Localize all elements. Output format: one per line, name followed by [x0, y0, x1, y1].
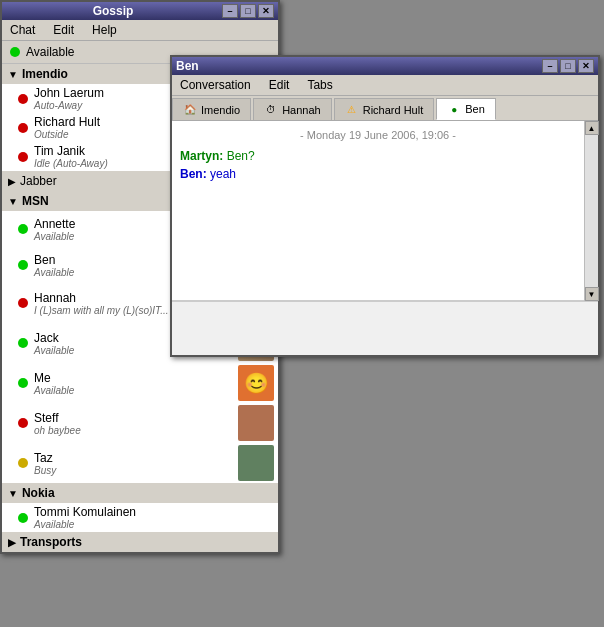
richard-hult-name: Richard Hult	[34, 115, 100, 129]
me-avatar: 😊	[238, 365, 274, 401]
ben-tab-label: Ben	[465, 103, 485, 115]
group-transports-arrow: ▶	[8, 537, 16, 548]
tab-ben[interactable]: ● Ben	[436, 98, 496, 120]
annette-name: Annette	[34, 217, 75, 231]
group-msn-arrow: ▼	[8, 196, 18, 207]
taz-name: Taz	[34, 451, 56, 465]
ben-menubar: Conversation Edit Tabs	[172, 75, 598, 96]
me-info: Me Available	[34, 371, 74, 396]
ben-sender: Ben:	[180, 167, 210, 181]
ben-name: Ben	[34, 253, 74, 267]
tim-janik-status-dot	[18, 152, 28, 162]
gossip-maximize-button[interactable]: □	[240, 4, 256, 18]
ben-menu-conversation[interactable]: Conversation	[176, 77, 255, 93]
scroll-up-button[interactable]: ▲	[585, 121, 599, 135]
chat-message-martyn: Martyn: Ben?	[180, 149, 576, 163]
john-laerum-info: John Laerum Auto-Away	[34, 86, 104, 111]
gossip-menu-edit[interactable]: Edit	[49, 22, 78, 38]
contact-tommi[interactable]: Tommi Komulainen Available	[2, 503, 278, 532]
ben-maximize-button[interactable]: □	[560, 59, 576, 73]
ben-menu-edit[interactable]: Edit	[265, 77, 294, 93]
group-transports-label: Transports	[20, 535, 82, 549]
imendio-tab-label: Imendio	[201, 104, 240, 116]
martyn-sender: Martyn:	[180, 149, 227, 163]
gossip-titlebar: Gossip – □ ✕	[2, 2, 278, 20]
richard-tab-label: Richard Hult	[363, 104, 424, 116]
richard-tab-icon: ⚠	[345, 103, 359, 117]
john-laerum-name: John Laerum	[34, 86, 104, 100]
me-name: Me	[34, 371, 74, 385]
contact-steff[interactable]: Steff oh baybee	[2, 403, 278, 443]
tab-richard-hult[interactable]: ⚠ Richard Hult	[334, 98, 435, 120]
ben-window: Ben – □ ✕ Conversation Edit Tabs 🏠 Imend…	[170, 55, 600, 357]
hannah-name: Hannah	[34, 291, 169, 305]
annette-status: Available	[34, 231, 75, 242]
tim-janik-info: Tim Janik Idle (Auto-Away)	[34, 144, 108, 169]
jack-status: Available	[34, 345, 74, 356]
gossip-title-buttons: – □ ✕	[220, 4, 274, 18]
tommi-info: Tommi Komulainen Available	[34, 505, 136, 530]
gossip-minimize-button[interactable]: –	[222, 4, 238, 18]
gossip-menubar: Chat Edit Help	[2, 20, 278, 41]
contact-me[interactable]: Me Available 😊	[2, 363, 278, 403]
ben-minimize-button[interactable]: –	[542, 59, 558, 73]
gossip-menu-chat[interactable]: Chat	[6, 22, 39, 38]
group-imendio-label: Imendio	[22, 67, 68, 81]
steff-status: oh baybee	[34, 425, 81, 436]
jack-status-dot	[18, 338, 28, 348]
jack-name: Jack	[34, 331, 74, 345]
tommi-status-dot	[18, 513, 28, 523]
ben-titlebar: Ben – □ ✕	[172, 57, 598, 75]
annette-status-dot	[18, 224, 28, 234]
steff-status-dot	[18, 418, 28, 428]
steff-avatar	[238, 405, 274, 441]
ben-chat-area: - Monday 19 June 2006, 19:06 - Martyn: B…	[172, 121, 584, 301]
status-indicator-dot	[10, 47, 20, 57]
group-jabber-arrow: ▶	[8, 176, 16, 187]
tab-hannah[interactable]: ⏱ Hannah	[253, 98, 332, 120]
tommi-status: Available	[34, 519, 136, 530]
ben-close-button[interactable]: ✕	[578, 59, 594, 73]
hannah-info: Hannah I (L)sam with all my (L)(so)IT...	[34, 291, 169, 316]
taz-avatar	[238, 445, 274, 481]
richard-hult-status-dot	[18, 123, 28, 133]
chat-input[interactable]	[176, 306, 594, 348]
gossip-close-button[interactable]: ✕	[258, 4, 274, 18]
john-laerum-status-dot	[18, 94, 28, 104]
chat-date: - Monday 19 June 2006, 19:06 -	[180, 129, 576, 141]
taz-status-dot	[18, 458, 28, 468]
group-nokia[interactable]: ▼ Nokia	[2, 483, 278, 503]
tim-janik-name: Tim Janik	[34, 144, 108, 158]
taz-info: Taz Busy	[34, 451, 56, 476]
status-text: Available	[26, 45, 74, 59]
ben-chat-container: - Monday 19 June 2006, 19:06 - Martyn: B…	[172, 121, 598, 301]
tab-imendio[interactable]: 🏠 Imendio	[172, 98, 251, 120]
steff-info: Steff oh baybee	[34, 411, 81, 436]
chat-scrollbar: ▲ ▼	[584, 121, 598, 301]
hannah-status: I (L)sam with all my (L)(so)IT...	[34, 305, 169, 316]
ben-menu-tabs[interactable]: Tabs	[303, 77, 336, 93]
ben-title: Ben	[176, 59, 199, 73]
hannah-tab-label: Hannah	[282, 104, 321, 116]
group-transports[interactable]: ▶ Transports	[2, 532, 278, 552]
ben-title-buttons: – □ ✕	[540, 59, 594, 73]
group-jabber-label: Jabber	[20, 174, 57, 188]
john-laerum-status: Auto-Away	[34, 100, 104, 111]
jack-info: Jack Available	[34, 331, 74, 356]
ben-status-dot	[18, 260, 28, 270]
ben-input-area[interactable]	[172, 301, 598, 355]
gossip-menu-help[interactable]: Help	[88, 22, 121, 38]
richard-hult-status: Outside	[34, 129, 100, 140]
scroll-down-button[interactable]: ▼	[585, 287, 599, 301]
steff-name: Steff	[34, 411, 81, 425]
annette-info: Annette Available	[34, 217, 75, 242]
group-imendio-arrow: ▼	[8, 69, 18, 80]
contact-taz[interactable]: Taz Busy	[2, 443, 278, 483]
group-nokia-label: Nokia	[22, 486, 55, 500]
ben-tab-icon: ●	[447, 102, 461, 116]
group-nokia-arrow: ▼	[8, 488, 18, 499]
martyn-text: Ben?	[227, 149, 255, 163]
ben-tabs-bar: 🏠 Imendio ⏱ Hannah ⚠ Richard Hult ● Ben	[172, 96, 598, 121]
imendio-tab-icon: 🏠	[183, 103, 197, 117]
chat-message-ben: Ben: yeah	[180, 167, 576, 181]
